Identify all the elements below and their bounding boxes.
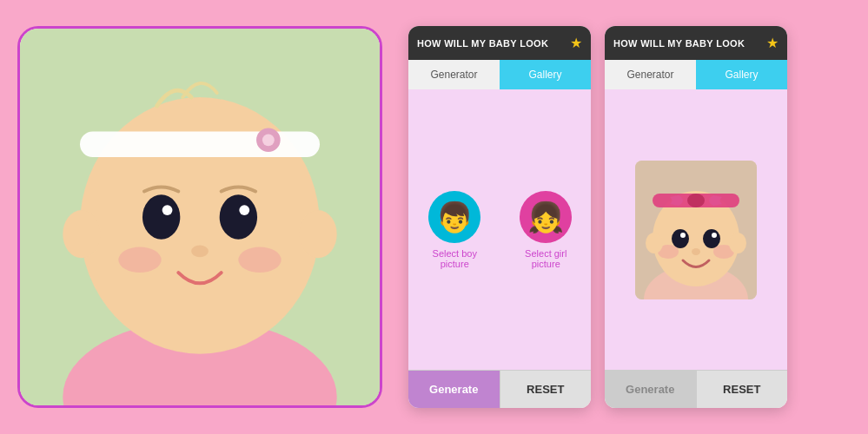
svg-point-7 (142, 194, 180, 239)
svg-point-24 (712, 233, 717, 238)
tab-generator-1[interactable]: Generator (408, 60, 500, 89)
generate-button-1[interactable]: Generate (408, 371, 500, 408)
phone-2: HOW WILL MY BABY LOOK ★ Generator Galler… (605, 26, 787, 408)
svg-point-20 (687, 194, 705, 207)
phone2-bottom-buttons: Generate RESET (605, 370, 787, 408)
boy-circle: 👦 (428, 191, 480, 243)
boy-emoji: 👦 (436, 200, 473, 234)
svg-point-22 (703, 229, 720, 248)
svg-point-8 (220, 194, 257, 239)
svg-point-14 (63, 210, 100, 258)
tab-gallery-2[interactable]: Gallery (696, 60, 787, 89)
baby-photo (20, 29, 380, 405)
svg-point-15 (299, 210, 336, 258)
phone1-tabs: Generator Gallery (408, 60, 591, 89)
svg-point-11 (191, 246, 209, 258)
girl-circle: 👧 (520, 191, 572, 243)
select-girl-button[interactable]: 👧 Select girl picture (510, 191, 582, 269)
svg-point-10 (239, 205, 249, 215)
gender-row: 👦 Select boy picture 👧 Select girl pictu… (417, 191, 582, 269)
baby-illustration (20, 29, 380, 405)
tab-gallery-1[interactable]: Gallery (500, 60, 591, 89)
phone2-header: HOW WILL MY BABY LOOK ★ (605, 26, 787, 60)
svg-point-13 (238, 247, 281, 273)
girl-label: Select girl picture (510, 248, 582, 269)
select-boy-button[interactable]: 👦 Select boy picture (417, 191, 493, 269)
svg-point-29 (729, 233, 746, 253)
baby-photo-container (17, 26, 382, 408)
reset-button-2[interactable]: RESET (696, 371, 788, 408)
phone1-title: HOW WILL MY BABY LOOK (417, 38, 548, 49)
phone1-content: 👦 Select boy picture 👧 Select girl pictu… (408, 89, 591, 370)
svg-point-21 (672, 229, 689, 248)
reset-button-1[interactable]: RESET (500, 371, 592, 408)
svg-point-28 (646, 233, 663, 253)
svg-point-25 (692, 248, 700, 255)
result-baby-image (635, 161, 757, 299)
svg-point-23 (680, 233, 686, 238)
phone2-star-icon: ★ (766, 35, 779, 51)
phone1-bottom-buttons: Generate RESET (408, 370, 591, 408)
result-baby-svg (635, 161, 757, 299)
phone-1: HOW WILL MY BABY LOOK ★ Generator Galler… (408, 26, 591, 408)
boy-label: Select boy picture (417, 248, 493, 269)
phone2-tabs: Generator Gallery (605, 60, 787, 89)
svg-point-9 (162, 205, 173, 215)
main-container: HOW WILL MY BABY LOOK ★ Generator Galler… (17, 17, 851, 417)
phones-container: HOW WILL MY BABY LOOK ★ Generator Galler… (408, 26, 787, 408)
generate-button-2[interactable]: Generate (605, 371, 696, 408)
girl-emoji: 👧 (527, 200, 564, 234)
svg-rect-4 (80, 131, 320, 157)
phone2-result (605, 89, 787, 370)
tab-generator-2[interactable]: Generator (605, 60, 696, 89)
phone2-title: HOW WILL MY BABY LOOK (613, 38, 745, 49)
svg-point-6 (262, 134, 275, 146)
svg-point-12 (118, 247, 161, 273)
phone1-header: HOW WILL MY BABY LOOK ★ (408, 26, 591, 60)
phone1-star-icon: ★ (570, 35, 582, 51)
